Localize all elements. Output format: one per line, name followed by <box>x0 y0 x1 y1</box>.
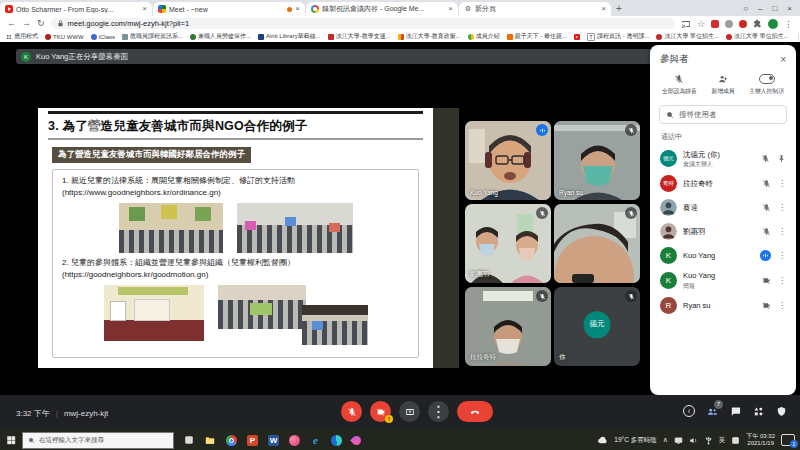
app-circle-icon[interactable]: ○ <box>743 4 748 13</box>
pink-app-icon[interactable] <box>289 435 300 446</box>
extensions-puzzle-icon[interactable] <box>753 19 762 28</box>
bookmark-tku[interactable]: TKU WWW <box>45 34 84 40</box>
cast-icon[interactable] <box>681 19 691 29</box>
taskbar-clock[interactable]: 下午 03:32 2021/1/19 <box>746 433 775 448</box>
drop-app-icon[interactable] <box>350 434 363 447</box>
chat-icon[interactable] <box>730 406 741 417</box>
add-people-button[interactable]: 新增成員 <box>702 74 745 96</box>
file-explorer-icon[interactable] <box>204 435 216 446</box>
participant-row[interactable]: K Kuo Yang 簡報 ⋮ <box>650 268 796 294</box>
participant-row[interactable]: K Kuo Yang ⋮ <box>650 244 796 268</box>
bookmark-parenting[interactable]: 親子天下 - 最佳親... <box>507 32 567 41</box>
tab-google-meet-help[interactable]: 錄製視訊會議內容 - Google Me... × <box>306 2 458 16</box>
more-options-icon[interactable]: ⋮ <box>778 302 786 310</box>
screen: Otto Scharmer - From Ego-sy... × Meet - … <box>0 0 800 450</box>
tab-youtube[interactable]: Otto Scharmer - From Ego-sy... × <box>0 2 152 16</box>
back-icon[interactable]: ← <box>7 19 16 28</box>
video-tile-kuo-yang[interactable]: Kuo Yang <box>465 121 551 200</box>
weather-cloud-icon[interactable] <box>597 436 608 444</box>
bookmark-apps[interactable]: 應用程式 <box>6 32 38 41</box>
bookmark-course-info[interactable]: T課程資訊 - 透明課... <box>587 32 649 41</box>
display-icon[interactable] <box>674 436 683 445</box>
meeting-details-icon[interactable]: i <box>683 405 695 417</box>
bookmark-members[interactable]: 成員介紹 <box>468 32 500 41</box>
bookmark-youtube[interactable] <box>574 34 580 40</box>
participants-button[interactable]: 7 <box>707 406 718 417</box>
word-icon[interactable]: W <box>268 435 279 446</box>
more-options-icon[interactable]: ⋮ <box>778 180 786 188</box>
browser-menu-icon[interactable]: ⋮ <box>784 19 793 29</box>
input-language-indicator[interactable]: 英 <box>719 436 726 445</box>
close-button[interactable]: × <box>787 4 792 13</box>
tab-close-icon[interactable]: × <box>295 5 300 13</box>
search-input[interactable]: 搜尋使用者 <box>659 105 787 124</box>
url-field[interactable]: meet.google.com/mwj-ezyh-kjt?pli=1 <box>51 18 675 29</box>
pin-icon[interactable] <box>777 154 786 163</box>
host-controls-button[interactable]: 主辦人控制項 <box>745 74 788 96</box>
taskbar-search-input[interactable]: 在這裡輸入文字來搜尋 <box>22 432 174 449</box>
more-options-button[interactable]: ⋮ <box>428 401 449 422</box>
internet-explorer-icon[interactable]: e <box>310 435 321 446</box>
bookmark-courses[interactable]: 教職員課程資訊系... <box>122 32 183 41</box>
volume-icon[interactable] <box>689 436 698 445</box>
activities-icon[interactable] <box>753 406 764 417</box>
video-tile-liu-huiyu[interactable]: 劉惠羽 <box>465 204 551 283</box>
tray-chevron-icon[interactable]: ∧ <box>663 436 668 444</box>
extension-red-icon[interactable] <box>739 20 747 28</box>
bookmark-staff[interactable]: 兼職人員勞健保作... <box>190 32 251 41</box>
participant-row[interactable]: 德元 沈德元 (你) 會議主辦人 <box>650 146 796 172</box>
tab-close-icon[interactable]: × <box>448 5 453 13</box>
chrome-icon[interactable] <box>226 435 237 446</box>
participant-row[interactable]: 賽達 ⋮ <box>650 196 796 220</box>
avatar: R <box>660 297 677 314</box>
close-icon[interactable]: × <box>780 54 786 65</box>
maximize-button[interactable]: □ <box>772 4 777 13</box>
participant-row[interactable]: 劉惠羽 ⋮ <box>650 220 796 244</box>
camera-button[interactable]: ! <box>370 401 391 422</box>
tray-app-icon[interactable] <box>731 436 740 445</box>
bookmark-tku-admission-1[interactable]: 淡江大學 單位招生... <box>656 32 719 41</box>
start-button[interactable] <box>0 435 22 445</box>
bookmark-tku-admission-2[interactable]: 淡江大學 單位招生... <box>726 32 789 41</box>
mic-button[interactable] <box>341 401 362 422</box>
video-tile-self[interactable]: 德元 你 <box>554 287 640 366</box>
new-tab-button[interactable]: + <box>616 3 622 14</box>
notification-center-icon[interactable]: 2 <box>781 434 795 446</box>
video-tile-ryan-su[interactable]: Ryan su <box>554 121 640 200</box>
reading-list-button[interactable]: 閱讀清單 <box>796 32 800 41</box>
minimize-button[interactable]: – <box>758 4 762 13</box>
bookmark-iclass[interactable]: iClass <box>91 34 115 40</box>
leave-call-button[interactable] <box>457 401 493 422</box>
tab-meet-active[interactable]: Meet - ~new × <box>153 2 305 16</box>
site-icon <box>258 34 264 40</box>
weather-text[interactable]: 19°C 多雲時陰 <box>614 436 656 445</box>
bookmark-tku-policy[interactable]: 淡江大學-教育政策... <box>398 32 461 41</box>
pdf-extension-icon[interactable] <box>711 20 719 28</box>
bookmark-airiti[interactable]: Airiti Library華藝線... <box>258 32 321 41</box>
forward-icon[interactable]: → <box>22 19 31 28</box>
profile-avatar[interactable] <box>768 19 778 29</box>
tab-close-icon[interactable]: × <box>142 5 147 13</box>
video-tile-closeup[interactable] <box>554 204 640 283</box>
more-options-icon[interactable]: ⋮ <box>778 252 786 260</box>
tab-close-icon[interactable]: × <box>601 5 606 13</box>
task-view-icon[interactable] <box>184 435 194 445</box>
more-options-icon[interactable]: ⋮ <box>778 277 786 285</box>
present-button[interactable] <box>399 401 420 422</box>
host-controls-shield-icon[interactable] <box>776 406 787 417</box>
bookmark-tku-teach[interactable]: 淡江大學-教學支援... <box>328 32 391 41</box>
video-tile-lalaqite[interactable]: 拉拉奇特 <box>465 287 551 366</box>
more-options-icon[interactable]: ⋮ <box>778 204 786 212</box>
edge-icon[interactable] <box>331 435 342 446</box>
reload-icon[interactable]: ↻ <box>37 19 45 28</box>
usb-icon[interactable] <box>704 436 713 445</box>
participant-row[interactable]: R Ryan su ⋮ <box>650 294 796 318</box>
bookmark-star-icon[interactable]: ☆ <box>697 19 705 29</box>
tab-new-page[interactable]: ⚙ 新分頁 × <box>459 2 611 16</box>
mute-all-button[interactable]: 全部設為靜音 <box>658 74 701 96</box>
extension-gray-icon[interactable] <box>725 20 733 28</box>
more-options-icon[interactable]: ⋮ <box>778 228 786 236</box>
meet-icon <box>158 5 166 13</box>
participant-row[interactable]: 奇特 拉拉奇特 ⋮ <box>650 172 796 196</box>
powerpoint-icon[interactable]: P <box>247 435 258 446</box>
